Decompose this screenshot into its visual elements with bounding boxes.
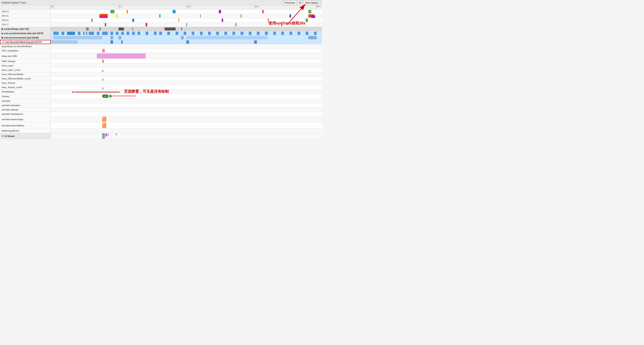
com-hfy-row[interactable]: ▼ com.hfy.androidlearning (pid 25717) bbox=[0, 40, 322, 44]
hwui-texture-count-row: hwui_Texture_count: bbox=[0, 85, 322, 90]
heap-size-row: Heap size (KB): bbox=[0, 53, 322, 59]
app-container: Android System Trace Processes M View Op… bbox=[0, 0, 322, 167]
hwui-offscreen-count-label: hwui_OffscreenBuffer_count: bbox=[0, 76, 51, 81]
title-bar: Android System Trace Processes M View Op… bbox=[0, 0, 322, 6]
ruler-tick-5s: 5 s bbox=[118, 6, 122, 9]
hwui-offscreen-track[interactable] bbox=[51, 72, 322, 76]
cpu4-label: CPU 4: bbox=[0, 10, 51, 14]
frame-f-button[interactable]: F bbox=[109, 95, 112, 98]
aq-pending-label: aq:pending:com.hfy.androidlearni bbox=[0, 44, 51, 48]
animator-tweenorigin-label: animator:tweenOrigin bbox=[0, 116, 51, 122]
toolbar-buttons: Processes M View Options bbox=[282, 0, 320, 5]
com-hfy-label[interactable]: ▼ com.hfy.androidlearning (pid 25717) bbox=[0, 40, 51, 44]
hwc-release-row: HWC release: bbox=[0, 59, 322, 64]
hwui-texture-count-label: hwui_Texture_count: bbox=[0, 85, 51, 89]
cpu4-track[interactable] bbox=[51, 10, 322, 14]
hwc-release-label: HWC release: bbox=[0, 59, 51, 63]
cpu4-row: CPU 4: bbox=[0, 10, 322, 14]
hwui-offscreen-row: hwui_OffscreenBuffer: bbox=[0, 72, 322, 76]
ruler-label-spacer bbox=[0, 6, 51, 9]
hwui-texture-count-track[interactable] bbox=[51, 85, 322, 89]
hwui-layer-count-label: hwui_Layer_count: bbox=[0, 68, 51, 72]
cpu5-label: CPU 5: bbox=[0, 14, 51, 18]
m-button[interactable]: M bbox=[297, 0, 303, 5]
deliver-input-event-label: deliverInputEvent bbox=[0, 129, 51, 133]
deliver-input-event-track[interactable] bbox=[51, 129, 322, 133]
frames-arrow bbox=[113, 94, 138, 99]
hwui-texture-label: hwui_Texture: bbox=[0, 81, 51, 85]
schedstatus-track[interactable] bbox=[51, 90, 322, 94]
hwui-texture-row: hwui_Texture: bbox=[0, 81, 322, 85]
cpu5-row: CPU 5: bbox=[0, 14, 322, 18]
com-ss-label[interactable]: ▶ com.ss.android.article.video (pid 1357… bbox=[0, 31, 51, 35]
animator-label: animator bbox=[0, 99, 51, 103]
animator-elevation-track[interactable] bbox=[51, 103, 322, 107]
aq-pending-track[interactable] bbox=[51, 44, 322, 48]
hwui-layer-count-track[interactable] bbox=[51, 68, 322, 72]
hwc-release-track[interactable] bbox=[51, 59, 322, 63]
com-hfy-track[interactable] bbox=[51, 40, 322, 44]
animator-tweenorigin-track[interactable]: an bbox=[51, 116, 322, 122]
content-area[interactable]: CPU 4: CPU 5: bbox=[0, 10, 322, 167]
cpu6-track[interactable] bbox=[51, 18, 322, 22]
gpu-completion-track[interactable] bbox=[51, 48, 322, 53]
hwui-offscreen-count-row: hwui_OffscreenBuffer_count: bbox=[0, 76, 322, 81]
frames-track[interactable]: ●● F F bbox=[51, 94, 322, 99]
hwui-offscreen-count-track[interactable] bbox=[51, 76, 322, 81]
cpu7-row: CPU 7: bbox=[0, 22, 322, 27]
frame-bubble[interactable]: ●● F bbox=[102, 94, 108, 98]
animator-tweenradius-row: animator:tweenRadius an bbox=[0, 122, 322, 129]
gpu-completion-row: GPU completion: bbox=[0, 48, 322, 53]
cpu6-row: CPU 6: bbox=[0, 18, 322, 22]
animator-tweenradius-label: animator:tweenRadius bbox=[0, 122, 51, 128]
processes-button[interactable]: Processes bbox=[282, 0, 297, 5]
app-title: Android System Trace bbox=[2, 1, 26, 4]
cpu7-track[interactable] bbox=[51, 22, 322, 27]
animator-elevation-label: animator:elevation bbox=[0, 103, 51, 107]
cpu5-track[interactable] bbox=[51, 14, 322, 18]
surfaceflinger-row[interactable]: ▶ surfaceflinger (pid 743) bbox=[0, 27, 322, 31]
frames-row: Frames ●● F F bbox=[0, 94, 322, 99]
schedstatus-label: Schedstatus: bbox=[0, 90, 51, 94]
ruler-track: 0 s 5 s 10 s 15 s 20 s bbox=[51, 6, 322, 9]
ui-thread-row[interactable]: ▼ UI thread bbox=[0, 133, 322, 139]
hwui-offscreen-label: hwui_OffscreenBuffer: bbox=[0, 72, 51, 76]
hwui-texture-track[interactable] bbox=[51, 81, 322, 85]
ruler-tick-20s: 20 s bbox=[316, 6, 320, 9]
ruler-tick-0s: 0 s bbox=[51, 6, 54, 9]
animator-opacity-row: animator:opacity bbox=[0, 108, 322, 112]
animator-track[interactable] bbox=[51, 99, 322, 103]
ui-thread-label[interactable]: ▼ UI thread bbox=[0, 133, 51, 139]
animator-tweenradius-track[interactable]: an bbox=[51, 122, 322, 128]
animator-translationz-row: animator:translationZ bbox=[0, 112, 322, 116]
com-ss-track[interactable] bbox=[51, 31, 322, 35]
ruler-tick-15s: 15 s bbox=[254, 6, 259, 9]
surfaceflinger-track[interactable] bbox=[51, 27, 322, 31]
heap-size-track[interactable] bbox=[51, 53, 322, 59]
com-ss-row[interactable]: ▶ com.ss.android.article.video (pid 1357… bbox=[0, 31, 322, 36]
cpu6-label: CPU 6: bbox=[0, 18, 51, 22]
ui-thread-track[interactable] bbox=[51, 133, 322, 139]
view-options-button[interactable]: View Options bbox=[303, 0, 320, 5]
hwui-layer-count-row: hwui_Layer_count: bbox=[0, 68, 322, 72]
com-tencent-track[interactable] bbox=[51, 36, 322, 40]
ruler-tick-10s: 10 s bbox=[186, 6, 191, 9]
hwui-layer-track[interactable] bbox=[51, 64, 322, 68]
deliver-input-event-row: deliverInputEvent bbox=[0, 129, 322, 133]
cpu7-label: CPU 7: bbox=[0, 22, 51, 27]
animator-elevation-row: animator:elevation bbox=[0, 103, 322, 108]
surfaceflinger-label[interactable]: ▶ surfaceflinger (pid 743) bbox=[0, 27, 51, 31]
frames-label: Frames bbox=[0, 94, 51, 99]
animator-row: animator bbox=[0, 99, 322, 103]
com-tencent-row[interactable]: ▶ com.tencent.wework (pid 23246) bbox=[0, 36, 322, 40]
animator-translationz-label: animator:translationZ bbox=[0, 112, 51, 116]
animator-opacity-track[interactable] bbox=[51, 108, 322, 112]
hwui-layer-row: hwui_Layer: bbox=[0, 64, 322, 68]
animator-opacity-label: animator:opacity bbox=[0, 108, 51, 112]
heap-size-label: Heap size (KB): bbox=[0, 53, 51, 59]
gpu-completion-label: GPU completion: bbox=[0, 48, 51, 53]
com-tencent-label[interactable]: ▶ com.tencent.wework (pid 23246) bbox=[0, 36, 51, 40]
animator-translationz-track[interactable] bbox=[51, 112, 322, 116]
hwui-layer-label: hwui_Layer: bbox=[0, 64, 51, 68]
animator-tweenorigin-row: animator:tweenOrigin an bbox=[0, 116, 322, 122]
